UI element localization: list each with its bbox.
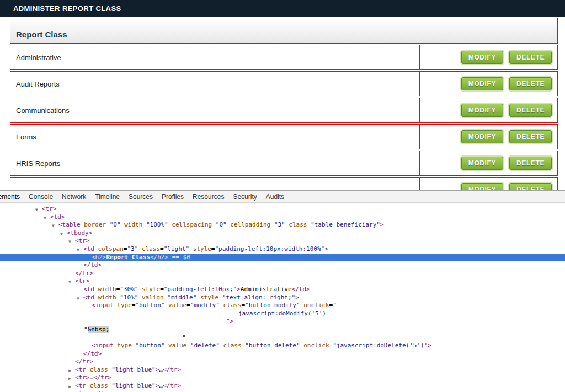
code-token: cellspacing [172, 221, 212, 228]
dom-tree-line[interactable]: ▶<tr>…</tr> [0, 374, 565, 382]
code-token: </tr> [93, 390, 111, 392]
dom-tree-line[interactable]: ▼<td colspan="3" class="light" style="pa… [0, 245, 565, 254]
code-token: "button modify" [245, 302, 300, 309]
code-token: = [186, 302, 190, 309]
code-token: "button delete" [245, 342, 300, 349]
tab-profiles[interactable]: Profiles [157, 191, 188, 202]
dom-tree-line[interactable]: </td> [0, 261, 565, 270]
modify-button[interactable]: MODIFY [461, 104, 503, 117]
code-token: width [98, 286, 116, 293]
code-token: = [106, 221, 110, 228]
code-token: </tr> [93, 374, 111, 381]
dom-tree-line[interactable]: " [0, 334, 565, 342]
delete-button[interactable]: DELETE [509, 104, 552, 117]
code-token: "middle" [167, 294, 196, 301]
row-label: Administrative [10, 45, 420, 69]
code-token: = [160, 245, 164, 253]
dom-tree-line[interactable]: javascript:doModify('5') [0, 310, 565, 318]
dom-tree-line[interactable]: </td> [0, 350, 565, 358]
modify-button[interactable]: MODIFY [461, 157, 503, 170]
code-token: onclick [303, 302, 329, 309]
modify-button[interactable]: MODIFY [461, 51, 503, 64]
code-token: "javascript:doDelete('5')" [333, 342, 428, 349]
code-token: > [230, 318, 234, 325]
tab-console[interactable]: Console [24, 191, 57, 202]
dom-tree-line[interactable]: ▶<tr>…</tr> [0, 390, 565, 392]
delete-button[interactable]: DELETE [509, 157, 552, 170]
code-token: &nbsp; [88, 326, 110, 333]
code-token: <tr> [75, 390, 90, 392]
modify-button[interactable]: MODIFY [461, 130, 503, 143]
dom-tree-line[interactable]: ▼<tr> [0, 237, 565, 245]
code-token [138, 245, 142, 253]
code-token: <tr [75, 366, 90, 373]
row-label: HRIS Reports [10, 151, 420, 175]
tab-network[interactable]: Network [57, 191, 90, 202]
code-token: <h2> [92, 254, 106, 261]
row-actions: MODIFYDELETE [420, 45, 557, 69]
code-token: <input [92, 302, 117, 309]
dom-tree-line[interactable]: <td width="30%" style="padding-left:10px… [0, 286, 565, 294]
code-token: </tr> [75, 270, 93, 277]
code-token: style [142, 286, 160, 293]
code-token: > [380, 221, 384, 228]
tab-resources[interactable]: Resources [188, 191, 228, 202]
code-token: "3" [127, 245, 138, 253]
modify-button[interactable]: MODIFY [461, 77, 503, 90]
dom-tree-line[interactable]: ▼<tbody> [0, 229, 565, 238]
code-token: width [98, 294, 116, 301]
code-token: > [428, 342, 431, 349]
dom-tree-line[interactable]: ▶<tr class="light-blue">…</tr> [0, 366, 565, 374]
dom-tree-line[interactable]: ▼<table border="0" width="100%" cellspac… [0, 221, 565, 229]
dom-tree-line[interactable]: <input type="button" value="modify" clas… [0, 302, 565, 310]
dom-tree-line[interactable]: "&nbsp; [0, 326, 565, 334]
tab-security[interactable]: Security [228, 191, 261, 202]
code-token [196, 294, 200, 301]
dom-tree-line[interactable]: ▶<tr class="light-blue">…</tr> [0, 382, 565, 390]
code-token: > [295, 294, 299, 301]
row-actions: MODIFYDELETE [420, 125, 557, 149]
code-token: "padding-left:10px;" [164, 286, 237, 293]
row-actions: MODIFYDELETE [420, 72, 557, 96]
delete-button[interactable]: DELETE [509, 77, 552, 90]
tab-audits[interactable]: Audits [262, 191, 289, 202]
delete-button[interactable]: DELETE [509, 183, 552, 190]
delete-button[interactable]: DELETE [509, 51, 552, 64]
tab-sources[interactable]: Sources [124, 191, 157, 202]
code-token: … [159, 382, 163, 389]
code-token: </td> [292, 286, 310, 293]
code-token: "text-align: right;" [222, 294, 295, 301]
code-token: > [324, 245, 328, 253]
code-token: "delete" [190, 342, 220, 349]
code-token: " [84, 326, 88, 333]
dom-tree-line[interactable]: <h2>Report Class</h2> == $0 [0, 254, 565, 262]
dom-tree-line[interactable]: </tr> [0, 270, 565, 278]
code-token: class [90, 382, 108, 389]
dom-tree-line[interactable]: ▼<tr> [0, 277, 565, 286]
row-label [10, 178, 420, 190]
dom-tree-line[interactable]: </tr> [0, 358, 565, 366]
modify-button[interactable]: MODIFY [461, 183, 503, 190]
delete-button[interactable]: DELETE [509, 130, 552, 143]
report-class-page: ADMINISTER REPORT CLASS Report Class Adm… [0, 0, 565, 190]
code-token: class [142, 245, 160, 253]
code-token: "10%" [120, 294, 138, 301]
row-label: Forms [10, 125, 420, 149]
section-header: Report Class [10, 18, 558, 44]
code-token: onclick [303, 342, 329, 349]
dom-tree-line[interactable]: <input type="button" value="delete" clas… [0, 342, 565, 350]
code-token [138, 286, 142, 293]
dom-tree-line[interactable]: ▼<td width="10%" valign="middle" style="… [0, 294, 565, 302]
code-token: class [223, 342, 241, 349]
code-token: </td> [83, 261, 102, 269]
code-token: <td [83, 294, 98, 301]
tab-timeline[interactable]: Timeline [90, 191, 124, 202]
code-token: </h2> [150, 254, 168, 261]
tab-elements[interactable]: Elements [0, 191, 24, 202]
dom-tree-line[interactable]: "> [0, 318, 565, 326]
dom-tree-line[interactable]: ▼<td> [0, 213, 565, 222]
dom-tree-line[interactable]: ▼<tr> [0, 205, 565, 213]
page-title: ADMINISTER REPORT CLASS [13, 4, 121, 13]
code-token: style [193, 245, 211, 253]
section-title: Report Class [16, 30, 67, 39]
